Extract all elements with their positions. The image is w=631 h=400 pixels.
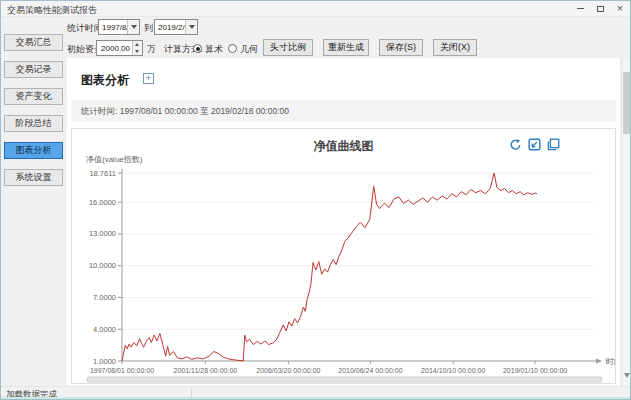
sidebar-item-trade-records[interactable]: 交易记录 <box>4 61 63 78</box>
radio-geometric[interactable] <box>228 44 237 53</box>
sidebar-item-trade-summary[interactable]: 交易汇总 <box>4 34 63 51</box>
app-window: { "window": { "title": "交易策略性能测试报告" }, "… <box>0 0 631 400</box>
sidebar-item-asset-change[interactable]: 资产变化 <box>4 88 63 105</box>
chevron-down-icon[interactable] <box>185 20 197 34</box>
minimize-icon <box>577 8 584 9</box>
minimize-button[interactable] <box>570 1 590 16</box>
capital-unit-label: 万 <box>147 43 156 56</box>
svg-text:7.0000: 7.0000 <box>93 293 116 302</box>
svg-text:2019/01/10 00:00:00: 2019/01/10 00:00:00 <box>503 367 567 374</box>
close-report-button[interactable]: 关闭(X) <box>433 39 477 56</box>
svg-text:4.0000: 4.0000 <box>93 325 116 334</box>
scrollbar-thumb[interactable] <box>623 72 631 134</box>
stat-time-strip: 统计时间: 1997/08/01 00:00:00 至 2019/02/18 0… <box>71 100 616 122</box>
svg-text:时间: 时间 <box>606 357 615 366</box>
svg-text:16.0000: 16.0000 <box>89 198 116 207</box>
restore-icon[interactable] <box>509 138 522 151</box>
svg-text:2014/10/10 00:00:00: 2014/10/10 00:00:00 <box>421 367 485 374</box>
y-axis-title: 净值(value指数) <box>86 154 142 165</box>
svg-text:2006/03/20 00:00:00: 2006/03/20 00:00:00 <box>256 367 320 374</box>
chart-toolbox <box>509 138 560 151</box>
maximize-button[interactable] <box>590 1 610 16</box>
sidebar-item-system-settings[interactable]: 系统设置 <box>4 169 63 186</box>
capital-input[interactable]: 2000.00 <box>96 40 143 56</box>
stat-time-range: 统计时间: 1997/08/01 00:00:00 至 2019/02/18 0… <box>81 106 289 118</box>
scroll-down-arrow-icon[interactable] <box>624 373 630 378</box>
datazoom-slider[interactable] <box>87 377 602 382</box>
window-title: 交易策略性能测试报告 <box>7 4 97 17</box>
sidebar-item-chart-analysis[interactable]: 图表分析 <box>4 142 63 159</box>
svg-text:18.7611: 18.7611 <box>89 169 116 178</box>
expand-icon[interactable]: + <box>143 73 154 84</box>
radio-arithmetic-label: 算术 <box>205 43 223 56</box>
to-label: 到 <box>144 22 153 35</box>
chart-panel: 净值曲线图 净值(value指数) 1.00004.00007.000010.0… <box>71 128 616 384</box>
print-icon[interactable] <box>547 138 560 151</box>
maximize-icon <box>597 6 604 12</box>
vertical-scrollbar[interactable] <box>621 58 631 386</box>
svg-text:10.0000: 10.0000 <box>89 261 116 270</box>
chevron-down-icon[interactable] <box>127 20 139 34</box>
date-from-combobox[interactable]: 1997/8/1 <box>98 19 140 35</box>
svg-text:2010/06/24 00:00:00: 2010/06/24 00:00:00 <box>338 367 402 374</box>
date-to-combobox[interactable]: 2019/2/18 <box>154 19 198 35</box>
position-ratio-button[interactable]: 头寸比例 <box>263 39 313 56</box>
save-image-icon[interactable] <box>528 138 541 151</box>
title-bar: 交易策略性能测试报告 × <box>1 1 631 17</box>
regenerate-button[interactable]: 重新生成 <box>323 39 369 56</box>
close-button[interactable]: × <box>610 1 630 16</box>
radio-geometric-label: 几何 <box>240 43 258 56</box>
save-button[interactable]: 保存(S) <box>379 39 423 56</box>
chart-plot: 1.00004.00007.000010.000013.000016.00001… <box>72 165 615 383</box>
sidebar-item-stage-summary[interactable]: 阶段总结 <box>4 115 63 132</box>
close-icon: × <box>617 3 623 14</box>
svg-text:1997/08/01 00:00:00: 1997/08/01 00:00:00 <box>90 367 154 374</box>
svg-text:2001/11/28 00:00:00: 2001/11/28 00:00:00 <box>174 367 238 374</box>
svg-text:13.0000: 13.0000 <box>89 229 116 238</box>
spinner-icon[interactable] <box>132 41 142 55</box>
radio-arithmetic[interactable] <box>193 44 202 53</box>
capital-value: 2000.00 <box>101 44 130 53</box>
svg-text:1.0000: 1.0000 <box>93 357 116 366</box>
page-title: 图表分析 <box>81 72 129 89</box>
content-area: 图表分析 + 统计时间: 1997/08/01 00:00:00 至 2019/… <box>67 58 620 386</box>
